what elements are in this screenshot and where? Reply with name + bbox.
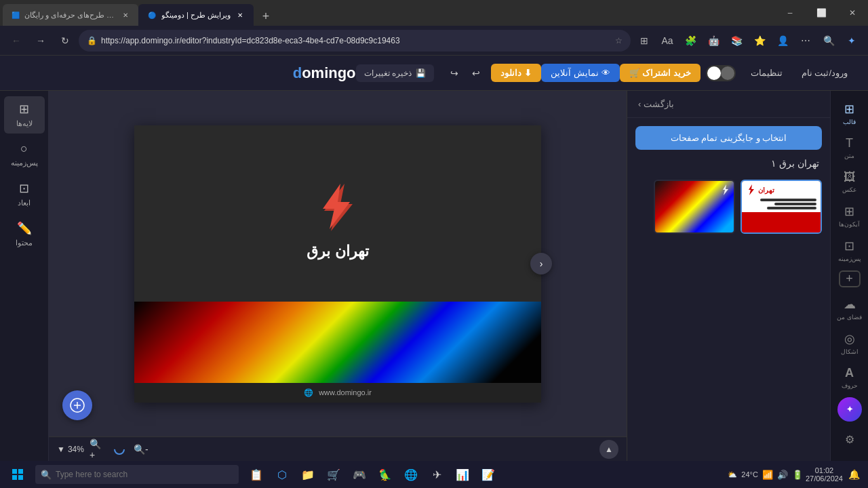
favorites-icon[interactable]: ⭐	[749, 30, 770, 52]
copilot-icon[interactable]: 🤖	[703, 30, 724, 52]
template-thumb-1[interactable]: تهران	[741, 180, 822, 234]
taskbar-store-icon[interactable]: 🛒	[321, 462, 346, 487]
right-tool-myspace[interactable]: ☁ فضای من	[833, 291, 866, 325]
network-icon: 📶	[762, 470, 773, 480]
design-logo-svg	[311, 180, 365, 235]
left-toolbar: ⊞ لایه‌ها ○ پس‌زمینه ⊡ ابعاد ✏️ محتوا	[0, 91, 49, 461]
download-button[interactable]: ⬇ دانلود	[491, 64, 541, 82]
taskbar: 🔍 📋 ⬡ 📁 🛒 🎮 🦜 🌐 ✈ 📊 📝 ⛅ 24°C 📶 🔊 🔋 01:02…	[0, 461, 868, 488]
fab-button[interactable]	[62, 390, 92, 420]
taskbar-search-input[interactable]	[56, 470, 233, 479]
apply-all-button[interactable]: انتخاب و جایگزینی تمام صفحات	[635, 126, 822, 150]
close-button[interactable]: ✕	[837, 0, 868, 26]
right-tool-template[interactable]: ⊞ قالب	[833, 96, 866, 129]
save-button[interactable]: 💾 ذخیره تغییرات	[356, 64, 434, 82]
taskbar-chrome-icon[interactable]: 🌐	[399, 462, 423, 487]
taskbar-gamingservices-icon[interactable]: 🎮	[347, 462, 372, 487]
search-sidebar-icon[interactable]: 🔍	[818, 30, 840, 52]
tab2-favicon: 🔵	[146, 9, 157, 20]
taskbar-word-icon[interactable]: 📝	[476, 462, 500, 487]
zoom-in-button[interactable]: 🔍+	[90, 441, 106, 458]
temperature: 24°C	[741, 470, 758, 479]
canvas-frame[interactable]: تهران برق 🌐 www.domingo.ir ›	[134, 125, 541, 403]
tab2-close[interactable]: ✕	[235, 9, 245, 20]
dimensions-label: ابعاد	[18, 199, 31, 207]
design-logo-text: تهران برق	[307, 243, 368, 260]
taskbar-explorer-icon[interactable]: 📋	[244, 462, 269, 487]
right-tool-fonts[interactable]: A حروف	[833, 361, 866, 393]
back-button[interactable]: ←	[5, 30, 27, 52]
right-tool-shapes[interactable]: ◎ اشکال	[833, 326, 866, 359]
taskbar-search-area[interactable]: 🔍	[35, 465, 239, 484]
refresh-button[interactable]: ↻	[54, 30, 76, 52]
url-text: https://app.domingo.ir/editor?industryId…	[101, 36, 611, 45]
settings-icon-button[interactable]: ⚙	[837, 427, 862, 451]
tab1-close[interactable]: ✕	[121, 9, 130, 20]
right-tool-image[interactable]: 🖼 عکس	[833, 165, 866, 197]
forward-button[interactable]: →	[30, 30, 52, 52]
scroll-up-button[interactable]: ▲	[599, 440, 618, 459]
zoom-down-icon: ▼	[57, 445, 65, 454]
profile-icon[interactable]: 👤	[772, 30, 793, 52]
template-thumb-2[interactable]	[654, 180, 735, 234]
taskbar-telegram-icon[interactable]: ✈	[425, 462, 449, 487]
right-tool-text[interactable]: T متن	[833, 131, 866, 163]
minimize-button[interactable]: –	[774, 0, 806, 26]
browser-tab-2[interactable]: 🔵 ویرایش طرح | دومینگو ✕	[138, 4, 254, 26]
browser-tab-1[interactable]: 🟦 قالب‌ها و طرح‌های حرفه‌ای و رایگان ✕	[3, 4, 138, 26]
star-icon: ☆	[615, 36, 623, 45]
icons-label: آیکون‌ها	[839, 221, 860, 228]
canvas-scroll: تهران برق 🌐 www.domingo.ir ›	[49, 91, 627, 436]
template-thumbnails: تهران	[627, 174, 830, 239]
thumb1-inner: تهران	[742, 181, 821, 232]
register-button[interactable]: ورود/ثبت نام	[792, 64, 857, 82]
ai-button[interactable]: ✦	[837, 397, 862, 422]
notification-icon[interactable]: 🔔	[848, 469, 860, 480]
settings-button[interactable]: تنظیمات	[741, 64, 792, 82]
address-bar[interactable]: 🔒 https://app.domingo.ir/editor?industry…	[79, 30, 631, 52]
start-button[interactable]	[3, 461, 33, 488]
left-tool-content[interactable]: ✏️ محتوا	[4, 216, 45, 253]
taskbar-files-icon[interactable]: 📁	[296, 462, 320, 487]
undo-button[interactable]: ↩	[467, 64, 486, 83]
canvas-nav-arrow[interactable]: ›	[530, 253, 552, 274]
zoom-out-button[interactable]: 🔍-	[133, 441, 149, 458]
save-label: ذخیره تغییرات	[364, 68, 412, 78]
collections-icon[interactable]: 📚	[726, 30, 747, 52]
new-tab-button[interactable]: +	[256, 7, 275, 26]
text-icon: T	[846, 136, 853, 150]
add-element-button[interactable]: +	[839, 270, 861, 287]
fonts-label: حروف	[842, 382, 858, 389]
taskbar-parrot-icon[interactable]: 🦜	[373, 462, 397, 487]
taskbar-edge-icon[interactable]: ⬡	[270, 462, 294, 487]
download-label: دانلود	[500, 68, 521, 78]
read-mode-icon[interactable]: Aa	[656, 30, 678, 52]
template-label: قالب	[843, 119, 856, 125]
taskbar-clock[interactable]: 01:02 27/06/2024	[806, 466, 843, 483]
right-panel-header: بازگشت ›	[627, 91, 830, 118]
more-icon[interactable]: ⋯	[795, 30, 816, 52]
left-tool-dimensions[interactable]: ⊡ ابعاد	[4, 176, 45, 213]
background-label: پس‌زمینه	[11, 159, 38, 167]
redo-button[interactable]: ↪	[445, 64, 464, 83]
left-tool-background[interactable]: ○ پس‌زمینه	[4, 136, 45, 173]
taskbar-excel-icon[interactable]: 📊	[450, 462, 475, 487]
theme-toggle[interactable]	[706, 65, 736, 81]
subscribe-button[interactable]: خرید اشتراک 🛒	[620, 64, 701, 82]
online-view-button[interactable]: 👁 نمایش آنلاین	[541, 64, 620, 82]
left-tool-layers[interactable]: ⊞ لایه‌ها	[4, 96, 45, 134]
back-button[interactable]: بازگشت ›	[638, 99, 674, 109]
maximize-button[interactable]: ⬜	[806, 0, 837, 26]
taskbar-app-icons: 📋 ⬡ 📁 🛒 🎮 🦜 🌐 ✈ 📊 📝	[244, 462, 500, 487]
thumb1-text-lines	[742, 197, 821, 212]
toggle-dark	[707, 66, 721, 80]
copilot-sidebar-icon[interactable]: ✦	[841, 30, 863, 52]
add-site-icon[interactable]: ⊞	[633, 30, 655, 52]
zoom-level[interactable]: ▼ 34%	[57, 445, 84, 454]
right-tool-background[interactable]: ⊡ پس‌زمینه	[833, 233, 866, 266]
right-panel: بازگشت › انتخاب و جایگزینی تمام صفحات ته…	[627, 91, 830, 461]
extension-icon[interactable]: 🧩	[679, 30, 701, 52]
right-tool-icons[interactable]: ⊞ آیکون‌ها	[833, 199, 866, 232]
website-url: www.domingo.ir	[319, 388, 372, 396]
browser-tabs: 🟦 قالب‌ها و طرح‌های حرفه‌ای و رایگان ✕ 🔵…	[0, 0, 774, 26]
